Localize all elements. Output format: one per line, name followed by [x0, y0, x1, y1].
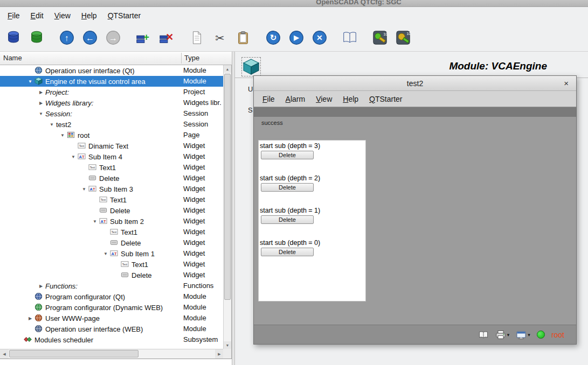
add-item-icon[interactable]: + [134, 29, 153, 47]
column-name[interactable]: Name [3, 54, 22, 62]
save-db-icon[interactable] [27, 29, 46, 47]
menu-file[interactable]: File [2, 9, 25, 22]
vertical-scroll-thumb[interactable] [224, 74, 231, 300]
window-titlebar[interactable]: OpenSCADA QTCfg: SGC [0, 0, 588, 7]
svg-text:✕: ✕ [165, 31, 174, 42]
tree-row-label: root [78, 131, 89, 139]
current-user[interactable]: root [551, 331, 564, 339]
expander-icon[interactable]: ▼ [58, 133, 67, 138]
tree-row[interactable]: DeleteWidget [0, 205, 224, 216]
at-icon: AT [78, 152, 86, 161]
copy-item-icon[interactable] [188, 29, 206, 47]
delete-button[interactable]: Delete [261, 151, 314, 159]
tree-row[interactable]: ▶User WWW-pageModule [0, 313, 224, 324]
tree-vertical-scrollbar[interactable] [223, 65, 231, 349]
manual-book-icon[interactable] [478, 331, 489, 339]
manual-icon[interactable] [341, 29, 359, 47]
tree-row[interactable]: ▶Project:Project [0, 87, 224, 97]
menu-qtstarter[interactable]: QTStarter [102, 9, 146, 22]
expander-icon[interactable]: ▼ [69, 155, 78, 159]
nav-up-icon[interactable]: ↑ [58, 29, 76, 47]
expander-icon[interactable]: ▼ [47, 122, 56, 127]
expander-icon[interactable]: ▶ [37, 90, 45, 95]
export-dropdown-icon[interactable] [528, 332, 530, 338]
module-panel: Module: VCAEngine U S test2 × File Alarm… [235, 52, 588, 365]
tree-row[interactable]: ▼ATSub Item 2Widget [0, 216, 224, 227]
text-icon: Text [99, 195, 108, 204]
print-icon[interactable] [495, 330, 510, 339]
expander-icon[interactable]: ▼ [37, 111, 45, 116]
tree-row[interactable]: DeleteWidget [0, 270, 224, 280]
dialog-menu-help[interactable]: Help [337, 93, 364, 106]
qtstarter-config-icon[interactable]: 10 [371, 29, 389, 47]
alarm-status-icon[interactable] [537, 331, 545, 339]
tree-row[interactable]: ▼ATSub Item 3Widget [0, 184, 224, 194]
tree-row-label: Program configurator (Qt) [45, 293, 125, 301]
menu-help[interactable]: Help [76, 9, 102, 22]
tree-row[interactable]: ▶Widgets library:Widgets libr. [0, 97, 224, 108]
tree-row[interactable]: Program configurator (Qt)Module [0, 291, 224, 302]
tree-row[interactable]: ▼Engine of the visual control areaModule [0, 76, 224, 87]
dialog-menu-view[interactable]: View [310, 93, 337, 106]
tree-view: Operation user interface (Qt)Module▼Engi… [0, 65, 224, 349]
tree-row[interactable]: Modules schedulerSubsystem [0, 334, 224, 345]
tree-row[interactable]: TextText1Widget [0, 162, 224, 173]
dialog-menu-qtstarter[interactable]: QTStarter [364, 93, 407, 106]
tree-row[interactable]: ▶Functions:Functions [0, 280, 224, 291]
tree-row[interactable]: TextText1Widget [0, 194, 224, 205]
tree-row[interactable]: ▼rootPage [0, 130, 224, 141]
tree-row[interactable]: ▼Session:Session [0, 108, 224, 119]
column-type[interactable]: Type [184, 54, 199, 62]
delete-button[interactable]: Delete [261, 183, 314, 192]
tree-header[interactable]: Name Type [0, 52, 232, 65]
export-icon[interactable] [516, 331, 530, 339]
paste-item-icon[interactable] [234, 29, 252, 47]
expander-icon[interactable]: ▶ [37, 284, 45, 289]
column-separator[interactable] [181, 53, 182, 64]
tree-horizontal-scrollbar[interactable] [0, 349, 224, 359]
tree-row[interactable]: ▼ATSub Item 1Widget [0, 248, 224, 259]
expander-icon[interactable]: ▼ [80, 187, 88, 192]
delete-button[interactable]: Delete [261, 248, 314, 256]
tree-row-type: Widget [183, 185, 205, 193]
scroll-left-icon[interactable] [0, 349, 9, 359]
scroll-down-icon[interactable] [224, 341, 231, 349]
dialog-titlebar[interactable]: test2 × [254, 76, 576, 91]
expander-icon[interactable]: ▼ [26, 79, 34, 84]
tree-row[interactable]: DeleteWidget [0, 173, 224, 184]
menu-edit[interactable]: Edit [25, 9, 49, 22]
start-icon[interactable]: ▶ [287, 29, 306, 47]
tree-row[interactable]: TextText1Widget [0, 259, 224, 270]
tree-row-label: Sub Item 2 [110, 217, 144, 226]
refresh-icon[interactable]: ↻ [264, 29, 282, 47]
cut-item-icon[interactable]: ✂ [211, 29, 229, 47]
dialog-menu-file[interactable]: File [257, 93, 280, 106]
expander-icon[interactable]: ▶ [37, 101, 45, 106]
scroll-right-icon[interactable] [215, 349, 224, 359]
horizontal-scroll-thumb[interactable] [9, 350, 139, 357]
load-db-icon[interactable] [4, 29, 23, 47]
print-dropdown-icon[interactable] [507, 332, 510, 338]
scroll-up-icon[interactable] [224, 65, 231, 73]
qtstarter-vision-icon[interactable]: 10 [394, 29, 412, 47]
nav-back-icon[interactable]: ← [81, 29, 99, 47]
expander-icon[interactable]: ▼ [101, 251, 110, 256]
tree-row[interactable]: ▼test2Session [0, 119, 224, 130]
expander-icon[interactable]: ▼ [91, 219, 99, 224]
nav-forward-icon[interactable]: → [104, 29, 122, 47]
tree-row[interactable]: Operation user interface (Qt)Module [0, 65, 224, 76]
delete-button[interactable]: Delete [261, 215, 314, 224]
tree-row[interactable]: Operation user interface (WEB)Module [0, 324, 224, 334]
tree-row[interactable]: TextDinamic TextWidget [0, 141, 224, 151]
stop-icon[interactable]: ✕ [310, 29, 329, 47]
dialog-menu-alarm[interactable]: Alarm [280, 93, 311, 106]
tree-row[interactable]: TextText1Widget [0, 227, 224, 237]
delete-item-icon[interactable]: ✕ [157, 29, 176, 47]
tree-row[interactable]: Program configurator (Dynamic WEB)Module [0, 302, 224, 313]
menu-view[interactable]: View [49, 9, 76, 22]
tree-row[interactable]: DeleteWidget [0, 237, 224, 248]
close-icon[interactable]: × [564, 79, 569, 88]
svg-text:Text: Text [112, 230, 117, 234]
tree-row[interactable]: ▼ATSub Item 4Widget [0, 151, 224, 162]
expander-icon[interactable]: ▶ [26, 316, 34, 321]
